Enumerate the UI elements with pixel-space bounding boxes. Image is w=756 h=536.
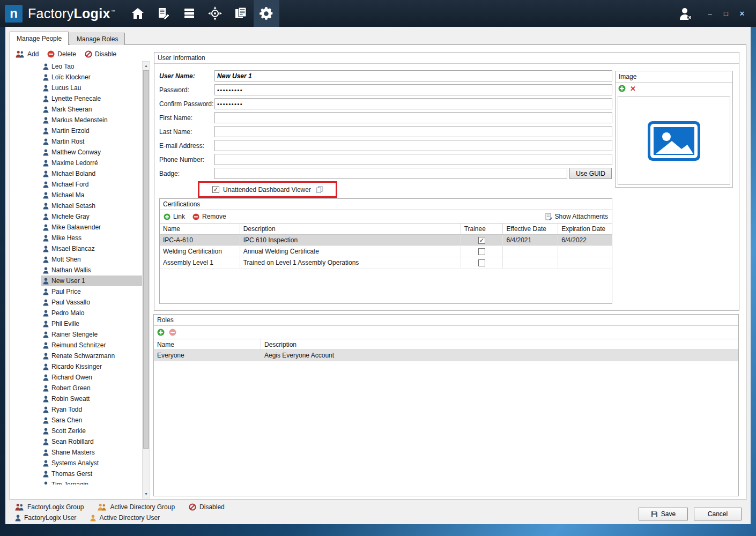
list-item[interactable]: Pedro Malo [41,308,142,318]
list-item[interactable]: Mott Shen [41,254,142,265]
list-item[interactable]: Thomas Gerst [41,468,142,479]
list-item[interactable]: Renate Schwarzmann [41,351,142,361]
remove-role-icon[interactable] [169,329,176,336]
list-item[interactable]: Richard Owen [41,372,142,383]
list-item[interactable]: Michael Ford [41,179,142,190]
list-item[interactable]: Martin Erzold [41,125,142,136]
phone-input[interactable] [214,154,612,165]
trainee-checkbox[interactable]: ✓ [478,237,485,244]
username-input[interactable] [214,70,612,81]
list-item[interactable]: Lucus Lau [41,83,142,93]
copy-icon[interactable] [316,186,323,193]
last-name-input[interactable] [214,126,612,137]
list-item[interactable]: Scott Zerkle [41,426,142,436]
list-item[interactable]: Markus Medenstein [41,115,142,125]
tab-manage-roles[interactable]: Manage Roles [70,33,125,45]
reports-icon[interactable] [228,0,254,27]
disable-user-button[interactable]: Disable [85,50,116,58]
scroll-up-icon[interactable]: ▲ [143,62,150,70]
list-item[interactable]: Ricardo Kissinger [41,361,142,372]
confirm-password-input[interactable] [214,98,612,109]
close-button[interactable]: ✕ [736,7,748,20]
password-input[interactable] [214,84,612,95]
list-item[interactable]: Leo Tao [41,61,142,72]
people-toolbar: Add Delete Disable [16,49,116,59]
col-trainee[interactable]: Trainee [461,224,503,234]
username-row: User Name: [159,70,612,81]
add-role-icon[interactable] [157,329,165,336]
list-item[interactable]: Paul Price [41,286,142,297]
list-item[interactable]: Mark Sheeran [41,104,142,115]
table-row[interactable]: Welding CertificationAnnual Welding Cert… [160,246,612,257]
unattended-dashboard-checkbox[interactable]: ✓ [212,186,219,193]
list-item[interactable]: Systems Analyst [41,458,142,468]
table-row[interactable]: IPC-A-610IPC 610 Inspection✓6/4/20216/4/… [160,235,612,246]
tracking-icon[interactable] [202,0,228,27]
use-guid-button[interactable]: Use GUID [569,168,612,179]
list-item[interactable]: Reimund Schnitzer [41,340,142,351]
list-item[interactable]: Nathan Wallis [41,265,142,276]
list-item[interactable]: Shane Masters [41,447,142,458]
annotation-highlight: ✓ Unattended Dashboard Viewer [198,181,337,198]
list-item[interactable]: Lynette Penecale [41,93,142,104]
list-item[interactable]: Paul Vassallo [41,297,142,308]
list-item[interactable]: Michele Gray [41,211,142,222]
list-item[interactable]: Mike Balawender [41,222,142,233]
minimize-button[interactable]: – [703,7,716,20]
list-item[interactable]: Ryan Todd [41,404,142,415]
list-item[interactable]: Matthew Conway [41,147,142,158]
tab-manage-people[interactable]: Manage People [10,32,69,45]
list-item[interactable]: Robin Sweatt [41,393,142,404]
show-attachments-button[interactable]: Show Attachments [545,213,608,220]
work-instructions-icon[interactable] [151,0,176,27]
add-image-icon[interactable] [618,85,626,92]
user-logout-icon[interactable] [678,7,693,20]
link-certification-button[interactable]: Link [164,213,185,220]
home-icon[interactable] [125,0,151,27]
roles-col-description[interactable]: Description [261,339,738,349]
remove-image-icon[interactable]: ✕ [630,85,636,92]
col-expiration-date[interactable]: Expiration Date [558,224,612,234]
people-scrollbar[interactable]: ▲ ▼ [142,61,150,498]
list-item[interactable]: Martin Rost [41,136,142,147]
materials-icon[interactable] [176,0,202,27]
trainee-checkbox[interactable] [478,259,485,266]
list-item[interactable]: Phil Eville [41,318,142,329]
settings-gear-icon[interactable] [254,0,279,27]
list-item[interactable]: Tim Jernagin [41,479,142,485]
email-field[interactable] [214,140,612,151]
scroll-down-icon[interactable]: ▼ [143,490,150,498]
badge-label: Badge: [159,170,214,177]
maximize-button[interactable]: □ [720,7,732,20]
person-icon [43,288,49,295]
col-name[interactable]: Name [160,224,240,234]
badge-input[interactable] [214,168,567,179]
col-description[interactable]: Description [240,224,461,234]
first-name-label: First Name: [159,114,214,122]
list-item[interactable]: Mike Hess [41,233,142,243]
delete-user-button[interactable]: Delete [47,50,76,58]
table-row[interactable]: EveryoneAegis Everyone Account [154,350,738,361]
remove-certification-button[interactable]: Remove [192,213,226,220]
list-item[interactable]: New User 1 [41,276,142,286]
list-item[interactable]: Maxime Ledorré [41,158,142,168]
first-name-input[interactable] [214,112,612,123]
list-item[interactable]: Sara Chen [41,415,142,426]
list-item[interactable]: Michael Ma [41,190,142,200]
list-item[interactable]: Robert Green [41,383,142,393]
link-label: Link [173,213,185,220]
add-user-button[interactable]: Add [16,50,39,58]
list-item[interactable]: Misael Blancaz [41,243,142,254]
scrollbar-thumb[interactable] [143,70,149,449]
list-item[interactable]: Michael Setash [41,200,142,211]
save-button[interactable]: Save [639,508,688,520]
table-row[interactable]: Assembly Level 1Trained on Level 1 Assem… [160,257,612,269]
list-item[interactable]: Rainer Stengele [41,329,142,340]
trainee-checkbox[interactable] [478,248,485,255]
col-effective-date[interactable]: Effective Date [503,224,558,234]
cancel-button[interactable]: Cancel [694,508,742,520]
list-item[interactable]: Michael Boland [41,168,142,179]
list-item[interactable]: Sean Robillard [41,436,142,447]
roles-col-name[interactable]: Name [154,339,261,349]
list-item[interactable]: Loïc Klockner [41,72,142,83]
